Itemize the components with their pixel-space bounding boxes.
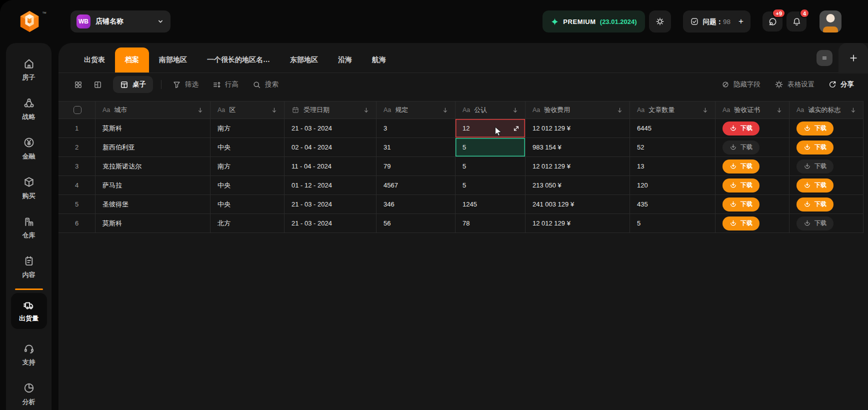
row-number[interactable]: 5	[58, 195, 96, 214]
sort-arrow-icon[interactable]	[776, 106, 783, 114]
download-certificate-button[interactable]: 下载	[722, 160, 760, 174]
table-view-button[interactable]: 桌子	[113, 76, 153, 93]
sidebar-item-8[interactable]: 支持	[6, 335, 52, 374]
cell-rule[interactable]: 4567	[376, 176, 456, 195]
sort-arrow-icon[interactable]	[362, 106, 370, 114]
cell-rule[interactable]: 79	[376, 157, 456, 176]
row-height-button[interactable]: 行高	[212, 80, 238, 89]
cell-city[interactable]: 莫斯科	[96, 214, 210, 233]
sort-arrow-icon[interactable]	[270, 106, 278, 114]
cell-rule[interactable]: 56	[376, 214, 456, 233]
cell-district[interactable]: 中央	[210, 138, 284, 157]
download-mark-button[interactable]: 下载	[796, 140, 834, 154]
cell-date[interactable]: 11 - 04 - 2024	[284, 157, 376, 176]
download-certificate-button[interactable]: 下载	[722, 216, 760, 230]
cell-articles[interactable]: 13	[630, 157, 716, 176]
download-certificate-button[interactable]: 下载	[722, 122, 760, 136]
cell-accepted[interactable]: 12	[456, 119, 526, 138]
cell-date[interactable]: 02 - 04 - 2024	[284, 138, 376, 157]
share-button[interactable]: 分享	[828, 80, 854, 89]
cell-date[interactable]: 21 - 03 - 2024	[284, 214, 376, 233]
add-tab-button[interactable]	[838, 43, 868, 74]
sidebar-item-2[interactable]: 战略	[6, 90, 52, 129]
premium-badge[interactable]: PREMIUM (23.01.2024)	[542, 10, 644, 32]
sort-arrow-icon[interactable]	[442, 106, 449, 114]
sidebar-item-4[interactable]: 购买	[6, 168, 52, 208]
download-mark-button[interactable]: 下载	[796, 122, 834, 136]
column-header-9[interactable]: Aa 诚实的标志	[790, 101, 864, 119]
kanban-view-button[interactable]	[94, 80, 102, 89]
column-header-7[interactable]: Aa 文章数量	[630, 101, 716, 119]
notifications-button[interactable]: 4	[786, 12, 806, 32]
settings-button[interactable]	[649, 10, 671, 32]
cell-city[interactable]: 克拉斯诺达尔	[96, 157, 210, 176]
sort-arrow-icon[interactable]	[196, 106, 204, 114]
cell-articles[interactable]: 435	[630, 195, 716, 214]
tab-3[interactable]: 南部地区	[149, 48, 197, 72]
cell-accepted[interactable]: 5	[456, 157, 526, 176]
store-selector[interactable]: WB 店铺名称	[70, 10, 170, 32]
download-mark-button[interactable]: 下载	[796, 178, 834, 192]
download-certificate-button[interactable]: 下载	[722, 178, 760, 192]
sort-arrow-icon[interactable]	[616, 106, 624, 114]
cell-fee[interactable]: 241 003 129 ¥	[526, 195, 630, 214]
chat-button[interactable]: +9	[762, 12, 782, 32]
user-avatar[interactable]	[820, 10, 842, 32]
expand-icon[interactable]	[512, 124, 520, 132]
download-mark-button[interactable]: 下载	[796, 198, 834, 212]
sort-arrow-icon[interactable]	[850, 106, 857, 114]
search-button[interactable]: 搜索	[252, 80, 278, 89]
row-number[interactable]: 1	[58, 119, 96, 138]
cell-rule[interactable]: 3	[376, 119, 456, 138]
sidebar-item-7[interactable]: 出货量	[6, 287, 52, 335]
select-all-checkbox[interactable]	[74, 106, 82, 114]
cell-fee[interactable]: 983 154 ¥	[526, 138, 630, 157]
cell-articles[interactable]: 6445	[630, 119, 716, 138]
cell-district[interactable]: 南方	[210, 119, 284, 138]
column-header-4[interactable]: Aa 规定	[376, 101, 456, 119]
sidebar-item-5[interactable]: 仓库	[6, 208, 52, 248]
sidebar-item-9[interactable]: 分析	[6, 374, 52, 410]
cell-fee[interactable]: 213 050 ¥	[526, 176, 630, 195]
row-number[interactable]: 4	[58, 176, 96, 195]
row-number[interactable]: 3	[58, 157, 96, 176]
cell-district[interactable]: 北方	[210, 214, 284, 233]
cell-date[interactable]: 21 - 03 - 2024	[284, 195, 376, 214]
app-logo[interactable]: ™	[18, 10, 46, 33]
tab-7[interactable]: 航海	[362, 48, 396, 72]
issues-button[interactable]: 问题：98 +	[683, 10, 750, 32]
hide-fields-button[interactable]: 隐藏字段	[722, 80, 760, 89]
column-header-5[interactable]: Aa 公认	[456, 101, 526, 119]
column-header-3[interactable]: 受理日期	[284, 101, 376, 119]
tab-5[interactable]: 东部地区	[280, 48, 328, 72]
download-certificate-button[interactable]: 下载	[722, 140, 760, 154]
cell-articles[interactable]: 52	[630, 138, 716, 157]
cell-city[interactable]: 萨马拉	[96, 176, 210, 195]
cell-fee[interactable]: 12 012 129 ¥	[526, 119, 630, 138]
cell-date[interactable]: 21 - 03 - 2024	[284, 119, 376, 138]
sidebar-item-1[interactable]: 房子	[6, 50, 52, 90]
issues-add[interactable]: +	[738, 16, 744, 26]
cell-accepted[interactable]: 5	[456, 176, 526, 195]
column-header-2[interactable]: Aa 区	[210, 101, 284, 119]
cell-city[interactable]: 圣彼得堡	[96, 195, 210, 214]
cell-city[interactable]: 新西伯利亚	[96, 138, 210, 157]
cell-fee[interactable]: 12 012 129 ¥	[526, 157, 630, 176]
cell-accepted[interactable]: 78	[456, 214, 526, 233]
tab-6[interactable]: 沿海	[328, 48, 362, 72]
cell-fee[interactable]: 12 012 129 ¥	[526, 214, 630, 233]
sidebar-item-6[interactable]: 内容	[6, 248, 52, 287]
tab-4[interactable]: 一个很长的地区名…	[197, 48, 280, 72]
column-header-8[interactable]: Aa 验收证书	[716, 101, 790, 119]
cell-articles[interactable]: 5	[630, 214, 716, 233]
column-header-6[interactable]: Aa 验收费用	[526, 101, 630, 119]
column-header-1[interactable]: Aa 城市	[96, 101, 210, 119]
cell-accepted[interactable]: 1245	[456, 195, 526, 214]
view-list-button[interactable]	[816, 50, 832, 66]
cell-city[interactable]: 莫斯科	[96, 119, 210, 138]
tab-2[interactable]: 档案	[115, 48, 149, 72]
grid-view-button[interactable]	[74, 80, 82, 89]
download-mark-button[interactable]: 下载	[796, 216, 834, 230]
sort-arrow-icon[interactable]	[702, 106, 709, 114]
row-number[interactable]: 6	[58, 214, 96, 233]
